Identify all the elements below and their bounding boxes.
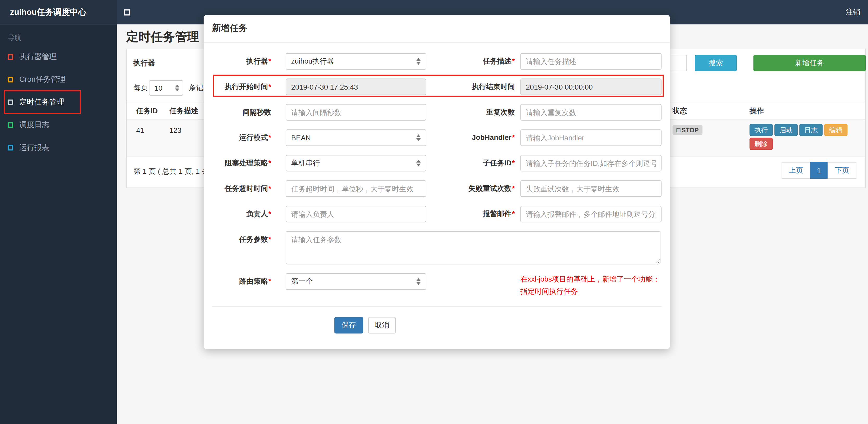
executor-label: 执行器* <box>212 53 285 70</box>
prev-page-button[interactable]: 上页 <box>781 162 810 179</box>
block-strategy-label: 阻塞处理策略* <box>212 155 285 172</box>
cell-task-desc: 123 <box>169 126 181 134</box>
square-icon <box>8 144 13 150</box>
child-job-id-label: 子任务ID* <box>426 155 520 172</box>
row-actions: 执行 启动 日志 编辑 删除 <box>749 124 860 150</box>
edit-button[interactable]: 编辑 <box>824 124 847 136</box>
alarm-email-input[interactable] <box>520 206 661 222</box>
job-param-label: 任务参数* <box>212 231 285 248</box>
sidebar-item-scheduled-task-management[interactable]: 定时任务管理 <box>0 91 117 113</box>
sidebar-item-label: Cron任务管理 <box>19 74 65 85</box>
sidebar-item-label: 调度日志 <box>19 120 49 130</box>
modal-footer: 保存 取消 <box>212 307 661 349</box>
logout-link[interactable]: 注销 <box>846 0 860 24</box>
feature-note-line1: 在xxl-jobs项目的基础上，新增了一个功能： <box>520 273 660 286</box>
owner-input[interactable] <box>286 206 426 222</box>
job-handler-label: JobHandler* <box>426 129 520 146</box>
sidebar-item-cron-task-management[interactable]: Cron任务管理 <box>0 68 117 91</box>
route-strategy-select-value: 第一个 <box>291 276 313 287</box>
interval-label: 间隔秒数 <box>212 104 285 121</box>
route-strategy-select[interactable]: 第一个 <box>286 273 426 290</box>
stop-square-icon: □ <box>676 127 680 133</box>
executor-select[interactable]: zuihou执行器 <box>286 53 426 70</box>
select-arrows-icon <box>416 134 421 141</box>
status-text: STOP <box>681 127 699 133</box>
execute-button[interactable]: 执行 <box>749 124 773 136</box>
child-job-id-input[interactable] <box>520 155 661 172</box>
delete-button[interactable]: 删除 <box>749 138 773 150</box>
feature-note: 在xxl-jobs项目的基础上，新增了一个功能： 指定时间执行任务 <box>520 273 660 298</box>
select-arrows-icon <box>175 85 179 91</box>
select-arrows-icon <box>416 58 421 65</box>
square-icon <box>8 122 13 127</box>
end-time-label: 执行结束时间 <box>426 79 520 95</box>
timeout-input[interactable] <box>286 180 426 197</box>
start-time-input[interactable] <box>286 79 426 95</box>
owner-label: 负责人* <box>212 206 285 222</box>
sidebar-item-run-report[interactable]: 运行报表 <box>0 136 117 159</box>
job-desc-input[interactable] <box>520 53 661 70</box>
log-button[interactable]: 日志 <box>800 124 823 136</box>
end-time-input[interactable] <box>520 79 661 95</box>
modal-body: 执行器* zuihou执行器 任务描述* 执行开始时间* 执行结束时间 间隔秒数… <box>204 43 670 349</box>
fail-retry-input[interactable] <box>520 180 661 197</box>
sidebar-item-label: 执行器管理 <box>19 52 57 62</box>
page-title: 定时任务管理 <box>126 29 199 45</box>
block-strategy-select-value: 单机串行 <box>291 158 320 168</box>
sidebar-toggle-icon[interactable] <box>124 9 130 15</box>
col-task-id[interactable]: 任务ID <box>136 102 158 120</box>
run-mode-select[interactable]: BEAN <box>286 129 426 146</box>
status-badge: □ STOP <box>673 125 703 135</box>
fail-retry-label: 失败重试次数* <box>426 180 520 197</box>
repeat-count-input[interactable] <box>520 104 661 121</box>
next-page-button[interactable]: 下页 <box>828 162 856 179</box>
cell-task-id: 41 <box>136 126 144 134</box>
screen: zuihou任务调度中心 注销 导航 执行器管理 Cron任务管理 定时任务管理… <box>0 0 868 424</box>
sidebar-item-executor-management[interactable]: 执行器管理 <box>0 45 117 68</box>
start-time-label: 执行开始时间* <box>212 79 285 95</box>
sidebar-item-dispatch-log[interactable]: 调度日志 <box>0 113 117 136</box>
start-button[interactable]: 启动 <box>774 124 798 136</box>
block-strategy-select[interactable]: 单机串行 <box>286 155 426 172</box>
job-handler-input[interactable] <box>520 129 661 146</box>
job-param-textarea[interactable] <box>286 231 660 264</box>
route-strategy-label: 路由策略* <box>212 273 285 290</box>
current-page-button[interactable]: 1 <box>810 162 828 179</box>
add-task-modal: 新增任务 执行器* zuihou执行器 任务描述* 执行开始时间* 执行结束时间… <box>204 15 670 349</box>
select-arrows-icon <box>416 160 421 166</box>
interval-input[interactable] <box>286 104 426 121</box>
sidebar-item-label: 定时任务管理 <box>19 97 64 107</box>
alarm-email-label: 报警邮件* <box>426 206 520 222</box>
modal-title: 新增任务 <box>204 15 670 42</box>
job-desc-label: 任务描述* <box>426 53 520 70</box>
add-task-button[interactable]: 新增任务 <box>753 55 866 71</box>
run-mode-select-value: BEAN <box>291 134 311 142</box>
select-arrows-icon <box>416 278 421 285</box>
pager: 上页 1 下页 <box>782 162 856 179</box>
run-mode-label: 运行模式* <box>212 129 285 146</box>
square-icon <box>8 54 13 59</box>
sidebar-item-label: 运行报表 <box>19 142 49 152</box>
col-task-desc[interactable]: 任务描述 <box>169 102 198 120</box>
executor-select-value: zuihou执行器 <box>291 57 334 66</box>
per-page-prefix-label: 每页 <box>133 80 148 96</box>
per-page-value: 10 <box>155 84 163 92</box>
save-button[interactable]: 保存 <box>334 317 363 334</box>
cancel-button[interactable]: 取消 <box>368 317 396 334</box>
search-button[interactable]: 搜索 <box>695 55 737 71</box>
col-status[interactable]: 状态 <box>673 102 687 120</box>
square-icon <box>8 99 13 105</box>
per-page-select[interactable]: 10 <box>149 80 183 96</box>
app-brand[interactable]: zuihou任务调度中心 <box>0 0 117 24</box>
col-actions: 操作 <box>749 102 764 120</box>
executor-filter-label: 执行器 <box>133 55 155 71</box>
timeout-label: 任务超时时间* <box>212 180 285 197</box>
repeat-count-label: 重复次数 <box>426 104 520 121</box>
sidebar-section-label: 导航 <box>0 24 117 45</box>
square-icon <box>8 76 13 82</box>
feature-note-line2: 指定时间执行任务 <box>520 286 660 298</box>
sidebar: 导航 执行器管理 Cron任务管理 定时任务管理 调度日志 运行报表 <box>0 24 117 424</box>
